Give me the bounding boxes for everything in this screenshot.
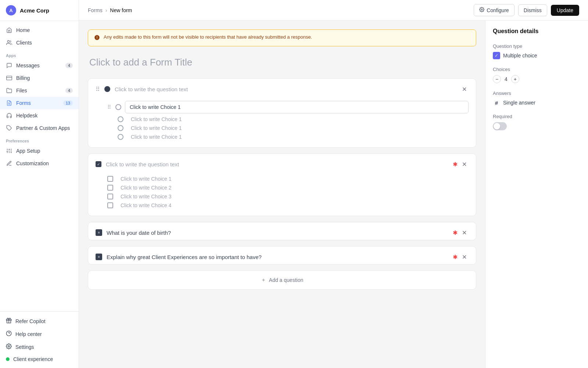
sliders-icon — [6, 148, 12, 154]
sidebar-item-label: Forms — [16, 100, 31, 106]
sidebar-item-client-experience[interactable]: Client experience — [0, 353, 79, 365]
sidebar-item-helpdesk[interactable]: Helpdesk — [0, 109, 79, 122]
choice-radio — [118, 125, 123, 131]
sidebar-item-partner-apps[interactable]: Partner & Custom Apps — [0, 122, 79, 134]
answers-text: Single answer — [503, 100, 535, 106]
sidebar-item-refer-copilot[interactable]: Refer Copilot — [0, 315, 79, 328]
choice-2-text[interactable]: Click to write Choice 2 — [121, 185, 172, 191]
add-question-button[interactable]: ＋ Add a question — [88, 270, 476, 290]
answers-row: Answers # Single answer — [493, 91, 581, 106]
question-2-close-button[interactable]: ✕ — [460, 160, 469, 169]
sidebar-item-help-center[interactable]: Help center — [0, 328, 79, 340]
sidebar-item-files[interactable]: Files 4 — [0, 84, 79, 97]
question-circle-icon — [6, 330, 12, 337]
sidebar-item-label: Clients — [16, 40, 32, 46]
question-type-row: Question type ✓ Multiple choice — [493, 43, 581, 59]
question-1-title[interactable]: Click to write the question text — [115, 86, 455, 92]
configure-button[interactable]: Configure — [474, 4, 514, 16]
folder-icon — [6, 87, 12, 94]
forms-badge: 13 — [63, 100, 73, 106]
question-card-1: ⠿ Click to write the question text ✕ ⠿ — [88, 78, 476, 148]
question-card-2: ✓ Click to write the question text ✱ ✕ C… — [88, 153, 476, 216]
gear-icon — [6, 343, 12, 350]
sidebar-item-home[interactable]: Home — [0, 24, 79, 36]
question-4-actions: ✱ ✕ — [453, 252, 469, 261]
info-banner: Any edits made to this form will not be … — [88, 29, 476, 46]
sidebar-item-forms[interactable]: Forms 13 — [0, 97, 79, 109]
choices-increment-button[interactable]: + — [511, 75, 519, 83]
breadcrumb-parent[interactable]: Forms — [88, 7, 103, 13]
dismiss-button[interactable]: Dismiss — [518, 4, 547, 16]
update-button[interactable]: Update — [551, 5, 579, 16]
question-2-title[interactable]: Click to write the question text — [106, 161, 448, 167]
gift-icon — [6, 318, 12, 325]
required-row: Required — [493, 114, 581, 130]
question-1-choices: ⠿ Click to write Choice 1 Click — [88, 96, 476, 147]
svg-point-20 — [481, 9, 483, 10]
company-name: Acme Corp — [20, 7, 49, 14]
sidebar-item-label: Helpdesk — [16, 113, 37, 118]
users-icon — [6, 39, 12, 46]
checkbox-type-icon: ✓ — [96, 161, 101, 167]
company-logo: A — [6, 5, 16, 15]
topbar: Forms › New form Configure Dismiss Updat… — [79, 0, 588, 21]
question-4-title[interactable]: Explain why great Client Experiences are… — [107, 254, 448, 260]
sidebar-item-settings[interactable]: Settings — [0, 340, 79, 353]
question-1-close-button[interactable]: ✕ — [460, 85, 469, 93]
required-star: ✱ — [453, 254, 458, 261]
svg-point-19 — [8, 346, 10, 347]
hash-icon: # — [493, 99, 500, 106]
choice-row: Click to write Choice 1 — [107, 174, 469, 183]
gear-icon — [479, 7, 484, 13]
radio-type-icon — [104, 86, 110, 92]
choice-3-text[interactable]: Click to write Choice 3 — [121, 194, 172, 199]
sidebar-item-label: Refer Copilot — [15, 318, 46, 324]
sidebar-item-app-setup[interactable]: App Setup — [0, 145, 79, 157]
choice-1-text[interactable]: Click to write Choice 1 — [121, 176, 172, 182]
question-4-close-button[interactable]: ✕ — [460, 252, 469, 261]
sidebar-item-billing[interactable]: Billing — [0, 72, 79, 84]
multiple-choice-icon: ✓ — [493, 52, 500, 59]
choice-4-text[interactable]: Click to write Choice 4 — [121, 202, 172, 208]
required-toggle[interactable] — [493, 122, 507, 130]
choice-row: Click to write Choice 1 — [107, 124, 469, 132]
choice-row: Click to write Choice 4 — [107, 201, 469, 210]
sidebar-item-label: Billing — [16, 75, 30, 81]
choices-label: Choices — [493, 67, 581, 72]
sidebar-item-clients[interactable]: Clients — [0, 36, 79, 49]
question-3-title[interactable]: What is your date of birth? — [107, 230, 448, 236]
answers-label: Answers — [493, 91, 581, 96]
sidebar-item-label: Customization — [16, 160, 49, 166]
sidebar-header: A Acme Corp — [0, 0, 79, 21]
choice-radio — [118, 116, 123, 122]
question-3-close-button[interactable]: ✕ — [460, 228, 469, 237]
question-card-3: ≡ What is your date of birth? ✱ ✕ — [88, 222, 476, 240]
drag-handle-icon[interactable]: ⠿ — [96, 86, 100, 93]
sidebar-item-label: Files — [16, 88, 27, 93]
credit-card-icon — [6, 75, 12, 81]
form-title[interactable]: Click to add a Form Title — [88, 54, 476, 71]
sidebar-item-customization[interactable]: Customization — [0, 157, 79, 170]
right-panel: Question details Question type ✓ Multipl… — [485, 21, 588, 368]
required-label: Required — [493, 114, 581, 119]
sidebar-item-label: Messages — [16, 63, 40, 68]
choice-row: Click to write Choice 3 — [107, 192, 469, 201]
toggle-thumb — [494, 123, 500, 130]
choice-4-text[interactable]: Click to write Choice 1 — [131, 134, 182, 140]
choice-radio — [115, 104, 121, 110]
sidebar-item-label: Help center — [15, 331, 42, 337]
question-2-actions: ✱ ✕ — [453, 160, 469, 169]
choice-3-text[interactable]: Click to write Choice 1 — [131, 125, 182, 131]
choice-2-text[interactable]: Click to write Choice 1 — [131, 116, 182, 122]
question-4-header: ≡ Explain why great Client Experiences a… — [88, 247, 476, 264]
choice-drag-handle-icon[interactable]: ⠿ — [107, 104, 111, 110]
choice-1-input[interactable] — [125, 101, 469, 113]
question-card-4: ≡ Explain why great Client Experiences a… — [88, 246, 476, 265]
sidebar-item-messages[interactable]: Messages 4 — [0, 59, 79, 72]
choices-decrement-button[interactable]: − — [493, 75, 501, 83]
main-area: Forms › New form Configure Dismiss Updat… — [79, 0, 588, 368]
svg-rect-1 — [7, 76, 12, 80]
sidebar-item-label: App Setup — [16, 148, 40, 154]
sidebar-item-label: Settings — [15, 344, 34, 350]
sidebar-nav: Home Clients Apps Messages 4 Billing — [0, 21, 79, 311]
